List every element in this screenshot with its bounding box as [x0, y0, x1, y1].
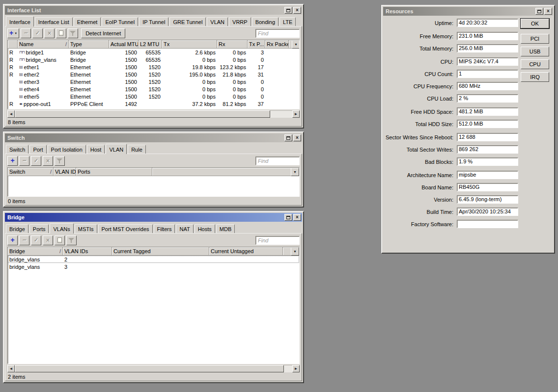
table-row-bridge-vlans[interactable]: bridge_vlans2: [8, 256, 299, 263]
table-row-pppoe-out1[interactable]: R◂▸pppoe-out1PPPoE Client149237.2 kbps81…: [8, 100, 299, 107]
resources-titlebar[interactable]: Resources ×: [383, 7, 553, 16]
add-button[interactable]: +: [7, 156, 18, 166]
tab-nat[interactable]: NAT: [176, 224, 193, 233]
enable-button[interactable]: ✓: [32, 28, 43, 38]
architecture-name-value[interactable]: mipsbe: [457, 171, 518, 179]
cpu-button[interactable]: CPU: [521, 59, 549, 69]
table-row-bridge-vlans[interactable]: R⊓⊓bridge_vlansBridge1500655350 bps0 bps…: [8, 56, 299, 63]
tab-mdb[interactable]: MDB: [216, 224, 235, 233]
tab-rule[interactable]: Rule: [128, 145, 146, 154]
cpu-value[interactable]: MIPS 24Kc V7.4: [457, 57, 518, 66]
table-row-bridge-vlans[interactable]: bridge_vlans3: [8, 263, 299, 270]
comment-button[interactable]: [56, 28, 66, 38]
total-sector-writes-value[interactable]: 869 262: [457, 145, 518, 154]
maximize-button[interactable]: [284, 214, 292, 221]
add-button[interactable]: +: [7, 235, 18, 245]
tab-gre-tunnel[interactable]: GRE Tunnel: [169, 17, 206, 26]
tab-ethernet[interactable]: Ethernet: [74, 17, 101, 26]
cpu-frequency-value[interactable]: 680 MHz: [457, 82, 518, 90]
tab-port[interactable]: Port: [29, 145, 46, 154]
column-header-switch[interactable]: Switch/: [8, 168, 54, 176]
version-value[interactable]: 6.45.9 (long-term): [457, 195, 518, 204]
column-header-tx[interactable]: Tx: [162, 40, 217, 49]
column-header-vlan-id[interactable]: VLAN ID: [54, 168, 76, 176]
remove-button[interactable]: −: [19, 156, 29, 166]
filter-button[interactable]: [68, 28, 78, 38]
close-button[interactable]: ×: [544, 8, 552, 15]
tab-host[interactable]: Host: [87, 145, 105, 154]
column-header-vlan-ids[interactable]: VLAN IDs: [63, 247, 112, 256]
close-button[interactable]: ×: [293, 214, 301, 221]
table-row-ether5[interactable]: ▤ether5Ethernet150015200 bps0 bps0: [8, 93, 299, 100]
tab-bonding[interactable]: Bonding: [252, 17, 279, 26]
enable-button[interactable]: ✓: [31, 235, 41, 245]
tab-port-isolation[interactable]: Port Isolation: [48, 145, 86, 154]
column-header-l2-mtu[interactable]: L2 MTU: [139, 40, 162, 49]
remove-button[interactable]: −: [19, 235, 29, 245]
free-memory-value[interactable]: 231.0 MiB: [457, 32, 518, 40]
add-button[interactable]: +▼: [7, 28, 19, 38]
sector-writes-since-reboot-value[interactable]: 12 688: [457, 133, 518, 141]
bad-blocks-value[interactable]: 1.9 %: [457, 157, 518, 166]
disable-button[interactable]: ×: [43, 156, 53, 166]
column-select-button[interactable]: ▼: [291, 168, 299, 176]
comment-button[interactable]: [55, 235, 65, 245]
build-time-value[interactable]: Apr/30/2020 10:25:34: [457, 208, 518, 216]
tab-interface-list[interactable]: Interface List: [35, 17, 73, 26]
free-hdd-space-value[interactable]: 481.2 MiB: [457, 107, 518, 116]
column-header-current-untagged[interactable]: Current Untagged: [209, 247, 283, 256]
enable-button[interactable]: ✓: [31, 156, 41, 166]
total-hdd-size-value[interactable]: 512.0 MiB: [457, 120, 518, 128]
column-header-name[interactable]: Name/: [18, 40, 69, 49]
column-header-bridge[interactable]: Bridge/: [8, 247, 63, 256]
tab-interface[interactable]: Interface: [6, 16, 34, 26]
column-header-ports[interactable]: Ports: [76, 168, 152, 176]
maximize-button[interactable]: [284, 7, 292, 14]
uptime-value[interactable]: 4d 20:30:32: [457, 19, 518, 27]
scroll-right-button[interactable]: ►: [292, 110, 300, 118]
column-header-tx-p[interactable]: Tx P...: [248, 40, 265, 49]
cpu-count-value[interactable]: 1: [457, 70, 518, 78]
column-header-rx-packe[interactable]: Rx Packe...: [265, 40, 289, 49]
column-select-button[interactable]: ▼: [291, 247, 299, 256]
tab-ports[interactable]: Ports: [29, 224, 49, 233]
column-header-type[interactable]: Type: [69, 40, 109, 49]
table-row-ether3[interactable]: ▤ether3Ethernet150015200 bps0 bps0: [8, 78, 299, 85]
table-row-ether2[interactable]: R▤ether2Ethernet15001520195.0 kbps21.8 k…: [8, 71, 299, 78]
disable-button[interactable]: ×: [44, 28, 55, 38]
table-row-ether4[interactable]: ▤ether4Ethernet150015200 bps0 bps0: [8, 85, 299, 93]
disable-button[interactable]: ×: [43, 235, 53, 245]
cpu-load-value[interactable]: 2 %: [457, 94, 518, 103]
tab-bridge[interactable]: Bridge: [6, 224, 28, 233]
switch-titlebar[interactable]: Switch ×: [5, 133, 302, 142]
tab-vrrp[interactable]: VRRP: [229, 17, 251, 26]
find-input[interactable]: Find: [255, 157, 300, 165]
pci-button[interactable]: PCI: [521, 34, 549, 44]
ok-button[interactable]: OK: [521, 19, 549, 28]
table-row-bridge1[interactable]: R⊓⊓bridge1Bridge1500655352.6 kbps0 bps3: [8, 49, 299, 56]
column-header-actual-mtu[interactable]: Actual MTU: [109, 40, 139, 49]
column-select-button[interactable]: ▼: [292, 40, 300, 49]
bridge-titlebar[interactable]: Bridge ×: [5, 213, 302, 222]
board-name-value[interactable]: RB450G: [457, 183, 518, 191]
filter-button[interactable]: [66, 235, 77, 245]
column-header-flags[interactable]: [8, 40, 18, 49]
tab-hosts[interactable]: Hosts: [195, 224, 215, 233]
find-input[interactable]: Find: [255, 29, 300, 38]
tab-switch[interactable]: Switch: [6, 145, 28, 154]
detect-internet-button[interactable]: Detect Internet: [81, 28, 125, 38]
tab-vlan[interactable]: VLAN: [106, 144, 127, 154]
find-input[interactable]: Find: [255, 236, 300, 245]
scroll-thumb[interactable]: [15, 110, 270, 118]
usb-button[interactable]: USB: [521, 47, 549, 56]
table-row-ether1[interactable]: R▤ether1Ethernet1500152019.8 kbps123.2 k…: [8, 63, 299, 71]
tab-vlan[interactable]: VLAN: [207, 17, 228, 26]
tab-eoip-tunnel[interactable]: EoIP Tunnel: [102, 17, 138, 26]
irq-button[interactable]: IRQ: [521, 72, 549, 82]
tab-mstis[interactable]: MSTIs: [75, 224, 97, 233]
scroll-left-button[interactable]: ◄: [7, 110, 15, 118]
column-header-current-tagged[interactable]: Current Tagged: [112, 247, 209, 256]
maximize-button[interactable]: [535, 8, 543, 15]
tab-filters[interactable]: Filters: [154, 224, 175, 233]
filter-button[interactable]: [55, 156, 65, 166]
